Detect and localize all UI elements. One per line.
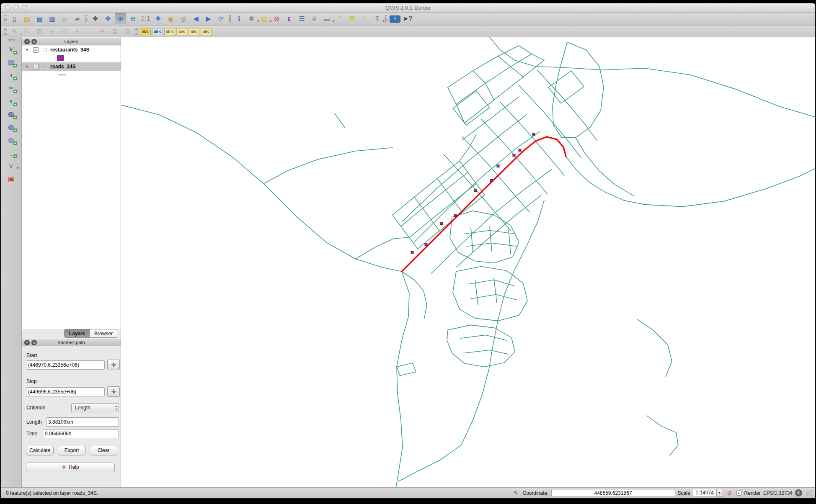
map-tips-icon[interactable]: ❞ bbox=[334, 13, 345, 24]
expander-icon[interactable]: ▼ bbox=[25, 48, 29, 52]
calculate-button[interactable]: Calculate bbox=[26, 446, 54, 455]
add-oracle-layer-icon[interactable]: ▣ bbox=[5, 173, 17, 184]
road-line bbox=[453, 266, 527, 321]
save-layer-edits-icon[interactable]: ▤ bbox=[34, 26, 45, 37]
scale-dropdown-icon[interactable]: ▾ bbox=[716, 489, 723, 496]
time-output[interactable] bbox=[43, 429, 119, 438]
paste-features-icon[interactable]: ⧉ bbox=[122, 26, 133, 37]
deselect-features-icon[interactable]: ⊘ bbox=[271, 13, 282, 24]
coordinate-input[interactable] bbox=[551, 489, 675, 497]
point-symbol-swatch[interactable] bbox=[57, 55, 64, 61]
tab-browser[interactable]: Browser bbox=[90, 329, 117, 338]
road-line bbox=[561, 67, 815, 118]
new-shapefile-layer-icon[interactable]: ⋎▾ bbox=[5, 160, 17, 171]
tab-layers[interactable]: Layers bbox=[64, 329, 90, 338]
render-label: Render bbox=[744, 490, 761, 496]
label-highlight-icon[interactable]: abc bbox=[176, 28, 187, 35]
add-feature-icon[interactable]: ⋎ bbox=[46, 26, 58, 37]
refresh-icon[interactable]: ⟳ bbox=[215, 13, 227, 24]
length-output[interactable] bbox=[46, 417, 119, 427]
zoom-next-icon[interactable]: ▶ bbox=[203, 13, 214, 24]
zoom-full-icon[interactable]: ❖ bbox=[152, 13, 164, 24]
show-bookmarks-icon[interactable]: ⚐ bbox=[359, 13, 370, 24]
zoom-in-icon[interactable]: ⊕ bbox=[115, 13, 126, 24]
scale-lock-icon[interactable]: ⊘ bbox=[726, 489, 734, 497]
node-tool-icon[interactable]: ⌖ bbox=[72, 26, 83, 37]
add-badge-icon: + bbox=[13, 51, 17, 54]
label-icon[interactable]: abc bbox=[140, 28, 151, 35]
toolbar-drag-handle[interactable] bbox=[4, 28, 7, 35]
label-rotate-icon[interactable]: abc bbox=[201, 28, 212, 35]
start-input[interactable] bbox=[26, 360, 105, 370]
layer-visibility-checkbox[interactable]: ✓ bbox=[33, 64, 39, 69]
crs-projector-icon[interactable]: ⊕ bbox=[795, 489, 802, 496]
attribute-table-icon[interactable]: ☰ bbox=[296, 13, 307, 24]
zoom-out-icon[interactable]: ⊖ bbox=[127, 13, 139, 24]
extents-toggle-icon[interactable]: ✎ bbox=[512, 489, 520, 497]
copy-features-icon[interactable]: ⧉ bbox=[109, 26, 121, 37]
resize-grip[interactable] bbox=[806, 490, 813, 496]
road-line bbox=[519, 46, 544, 60]
label-pin-icon[interactable]: ab o bbox=[164, 28, 175, 35]
field-calculator-icon[interactable]: # bbox=[309, 13, 320, 24]
identify-features-icon[interactable]: ℹ bbox=[233, 13, 245, 24]
save-project-as-icon[interactable]: ▥ bbox=[46, 13, 58, 24]
save-project-icon[interactable]: ▤ bbox=[34, 13, 45, 24]
whats-this-icon[interactable]: ➤? bbox=[402, 13, 413, 24]
toolbar-drag-handle[interactable] bbox=[8, 39, 15, 41]
select-by-expression-icon[interactable]: ε bbox=[284, 13, 295, 24]
toggle-editing-icon[interactable]: ✎ bbox=[21, 26, 33, 37]
add-vector-layer-icon[interactable]: ⋎+ bbox=[5, 44, 17, 54]
select-rectangle-icon[interactable]: ▭ bbox=[84, 26, 96, 37]
move-feature-icon[interactable]: ✿ bbox=[59, 26, 70, 37]
add-badge-icon: + bbox=[13, 116, 17, 119]
zoom-last-icon[interactable]: ◀ bbox=[190, 13, 201, 24]
add-delimited-text-layer-icon[interactable]: ,+ bbox=[5, 147, 17, 158]
add-spatialite-layer-icon[interactable]: ✒+ bbox=[5, 82, 17, 93]
add-wms-layer-icon[interactable]: ◍+ bbox=[5, 108, 17, 119]
line-symbol-swatch[interactable] bbox=[58, 75, 66, 75]
capture-stop-point-button[interactable]: ✛ bbox=[107, 386, 120, 397]
point-layer-icon: ❒ bbox=[41, 47, 48, 53]
map-canvas[interactable] bbox=[121, 37, 815, 487]
new-print-composer-icon[interactable]: ▱ bbox=[59, 13, 70, 24]
pan-to-selection-icon[interactable]: ✥ bbox=[102, 13, 114, 24]
capture-start-point-button[interactable]: ✛ bbox=[107, 360, 120, 370]
cut-features-icon[interactable]: ✂ bbox=[97, 26, 108, 37]
add-mssql-layer-icon[interactable]: ◗+ bbox=[5, 95, 17, 106]
label-move-icon[interactable]: abc bbox=[189, 28, 199, 35]
render-checkbox[interactable]: ✓ bbox=[736, 490, 742, 496]
new-project-icon[interactable]: ▯ bbox=[9, 13, 20, 24]
expander-icon[interactable]: ▼ bbox=[25, 64, 29, 69]
select-features-icon[interactable]: ▧▾ bbox=[258, 13, 270, 24]
road-line bbox=[450, 211, 519, 263]
measure-icon[interactable]: ▬▾ bbox=[321, 13, 333, 24]
label-settings-icon[interactable]: ab c bbox=[152, 28, 163, 35]
open-project-icon[interactable]: ▨ bbox=[21, 13, 33, 24]
help-button[interactable]: ❖Help bbox=[26, 463, 115, 472]
layer-item-roads[interactable]: ▼ ✓ ⋎ roads_34S bbox=[22, 62, 121, 71]
current-edits-icon[interactable]: ✎▾ bbox=[9, 26, 20, 37]
help-buoy-icon: ❖ bbox=[62, 464, 66, 470]
add-postgis-layer-icon[interactable]: ◖+ bbox=[5, 69, 17, 80]
add-wfs-layer-icon[interactable]: ◍+ bbox=[5, 134, 17, 145]
export-button[interactable]: Export bbox=[58, 446, 85, 455]
text-annotation-icon[interactable]: T▾ bbox=[372, 13, 383, 24]
toolbar-drag-handle[interactable] bbox=[4, 15, 7, 23]
clear-button[interactable]: Clear bbox=[90, 446, 117, 455]
composer-manager-icon[interactable]: ▰ bbox=[72, 13, 83, 24]
zoom-native-icon[interactable]: 1:1 bbox=[140, 13, 151, 24]
pan-map-icon[interactable]: ✥ bbox=[90, 13, 101, 24]
run-feature-action-icon[interactable]: ✱▾ bbox=[246, 13, 257, 24]
stop-input[interactable] bbox=[26, 387, 105, 396]
new-bookmark-icon[interactable]: ✪ bbox=[346, 13, 358, 24]
add-wcs-layer-icon[interactable]: ◍+ bbox=[5, 121, 17, 132]
zoom-to-selection-icon[interactable]: ◉ bbox=[165, 13, 176, 24]
add-raster-layer-icon[interactable]: ▦+ bbox=[5, 57, 17, 67]
zoom-to-layer-icon[interactable]: ◎ bbox=[178, 13, 189, 24]
criterion-dropdown[interactable]: Length ▴▾ bbox=[71, 403, 119, 412]
help-contents-icon[interactable]: ? bbox=[390, 15, 400, 23]
layer-item-restaurants[interactable]: ▼ ✓ ❒ restaurants_34S bbox=[22, 46, 121, 54]
layer-visibility-checkbox[interactable]: ✓ bbox=[33, 47, 39, 53]
scale-combo[interactable]: 1:14074 ▾ bbox=[693, 489, 723, 497]
